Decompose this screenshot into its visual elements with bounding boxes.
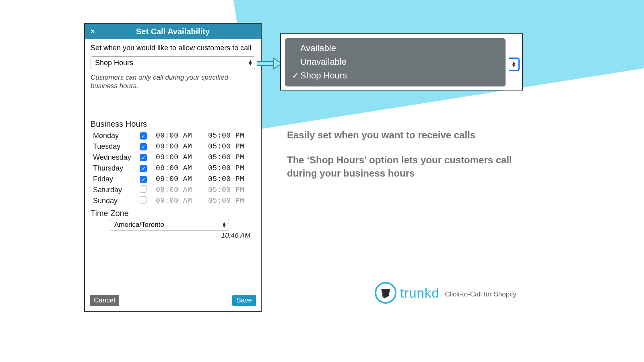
open-time[interactable]: 09:00 AM xyxy=(156,153,208,161)
day-label: Wednesday xyxy=(91,153,140,162)
select-spinner-icon: ▲▼ xyxy=(509,58,520,71)
open-time[interactable]: 09:00 AM xyxy=(156,164,208,172)
dialog-body: Set when you would like to allow custome… xyxy=(85,39,261,291)
day-enabled-checkbox[interactable] xyxy=(140,185,147,193)
availability-options-menu: AvailableUnavailable✓Shop Hours xyxy=(285,38,506,86)
open-time[interactable]: 09:00 AM xyxy=(156,132,208,140)
close-time[interactable]: 05:00 PM xyxy=(208,197,256,205)
brand-tagline: Click-to-Call for Shopify xyxy=(445,287,517,298)
open-time[interactable]: 09:00 AM xyxy=(156,175,208,183)
option-label: Shop Hours xyxy=(300,70,347,81)
day-label: Sunday xyxy=(91,197,140,205)
brand-footer: trunkd Click-to-Call for Shopify xyxy=(374,282,516,304)
timezone-local-time: 10:46 AM xyxy=(91,232,255,240)
open-time[interactable]: 09:00 AM xyxy=(156,197,208,205)
marketing-line-1: Easily set when you want to receive call… xyxy=(287,129,512,142)
day-label: Tuesday xyxy=(91,142,140,151)
day-enabled-checkbox[interactable]: ✓ xyxy=(140,132,147,140)
close-time[interactable]: 05:00 PM xyxy=(208,142,256,150)
day-enabled-checkbox[interactable]: ✓ xyxy=(140,154,147,161)
business-hours-row: Thursday✓09:00 AM05:00 PM xyxy=(91,163,255,174)
day-label: Monday xyxy=(91,132,140,140)
timezone-heading: Time Zone xyxy=(91,209,255,218)
availability-mode-select[interactable]: Shop Hours ▲▼ xyxy=(91,56,255,69)
availability-option[interactable]: Unavailable xyxy=(285,55,506,69)
day-enabled-checkbox[interactable] xyxy=(140,196,147,204)
svg-rect-0 xyxy=(257,62,274,66)
set-call-availability-dialog: × Set Call Availability Set when you wou… xyxy=(84,23,262,312)
availability-help-text: Customers can only call during your spec… xyxy=(91,73,255,90)
dialog-footer: Cancel Save xyxy=(85,291,261,311)
arrow-icon xyxy=(257,58,282,70)
business-hours-row: Friday✓09:00 AM05:00 PM xyxy=(91,174,255,185)
business-hours-heading: Business Hours xyxy=(91,119,255,129)
trunkd-logo-icon xyxy=(374,282,397,304)
business-hours-row: Saturday09:00 AM05:00 PM xyxy=(91,185,255,195)
close-time[interactable]: 05:00 PM xyxy=(208,153,256,161)
business-hours-row: Sunday09:00 AM05:00 PM xyxy=(91,195,255,206)
day-enabled-checkbox[interactable]: ✓ xyxy=(140,165,147,172)
business-hours-row: Wednesday✓09:00 AM05:00 PM xyxy=(91,152,255,163)
dialog-prompt: Set when you would like to allow custome… xyxy=(91,44,255,52)
option-label: Available xyxy=(300,43,336,53)
business-hours-row: Monday✓09:00 AM05:00 PM xyxy=(91,130,255,141)
close-time[interactable]: 05:00 PM xyxy=(208,186,256,194)
day-label: Friday xyxy=(91,175,140,183)
business-hours-row: Tuesday✓09:00 AM05:00 PM xyxy=(91,141,255,152)
dialog-header: × Set Call Availability xyxy=(85,24,261,39)
timezone-value: America/Toronto xyxy=(114,221,164,229)
select-spinner-icon: ▲▼ xyxy=(222,222,226,228)
brand-name: trunkd xyxy=(400,285,440,301)
availability-options-callout: AvailableUnavailable✓Shop Hours ▲▼ xyxy=(280,33,523,90)
day-enabled-checkbox[interactable]: ✓ xyxy=(140,176,147,183)
open-time[interactable]: 09:00 AM xyxy=(156,186,208,194)
availability-mode-value: Shop Hours xyxy=(95,59,133,67)
cancel-button[interactable]: Cancel xyxy=(90,295,119,306)
availability-option[interactable]: Available xyxy=(285,41,506,55)
close-time[interactable]: 05:00 PM xyxy=(208,132,256,140)
dialog-title: Set Call Availability xyxy=(85,27,261,36)
save-button[interactable]: Save xyxy=(232,295,256,306)
check-icon: ✓ xyxy=(291,70,300,81)
day-enabled-checkbox[interactable]: ✓ xyxy=(140,143,147,150)
marketing-copy: Easily set when you want to receive call… xyxy=(287,129,512,180)
open-time[interactable]: 09:00 AM xyxy=(156,142,208,150)
business-hours-list: Monday✓09:00 AM05:00 PMTuesday✓09:00 AM0… xyxy=(91,130,255,206)
day-label: Thursday xyxy=(91,164,140,173)
timezone-select[interactable]: America/Toronto ▲▼ xyxy=(110,219,229,231)
close-icon[interactable]: × xyxy=(89,28,97,35)
marketing-line-2: The ‘Shop Hours’ option lets your custom… xyxy=(287,154,512,180)
day-label: Saturday xyxy=(91,186,140,194)
close-time[interactable]: 05:00 PM xyxy=(208,164,256,172)
select-spinner-icon: ▲▼ xyxy=(248,60,252,66)
close-time[interactable]: 05:00 PM xyxy=(208,175,256,183)
option-label: Unavailable xyxy=(300,57,347,67)
availability-option[interactable]: ✓Shop Hours xyxy=(285,69,506,82)
